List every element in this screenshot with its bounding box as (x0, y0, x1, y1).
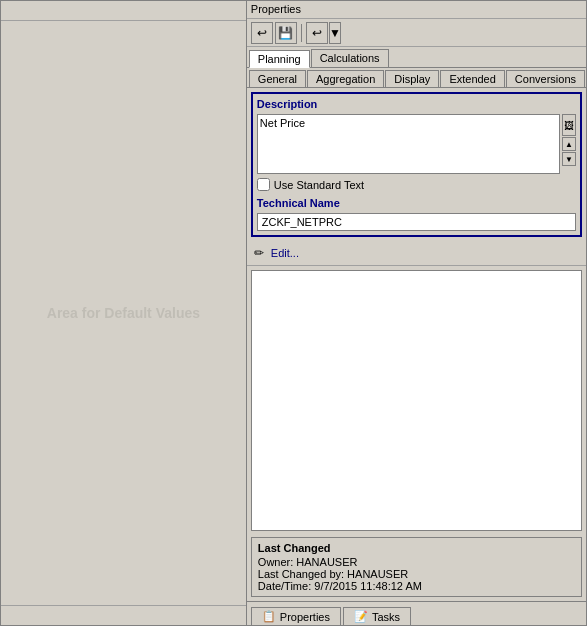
info-owner: Owner: HANAUSER (258, 556, 575, 568)
use-standard-text-label: Use Standard Text (274, 179, 364, 191)
mid-area (251, 270, 582, 531)
properties-title: Properties (247, 1, 586, 19)
description-header: Description (257, 98, 576, 110)
tab-calculations[interactable]: Calculations (311, 49, 389, 67)
info-datetime: Date/Time: 9/7/2015 11:48:12 AM (258, 580, 575, 592)
props-box: Description Net Price 🖼 ▲ ▼ (251, 92, 582, 237)
description-scrollbar: 🖼 ▲ ▼ (562, 114, 576, 174)
back-button[interactable]: ↩ (251, 22, 273, 44)
tab-planning[interactable]: Planning (249, 50, 310, 68)
tab-aggregation[interactable]: Aggregation (307, 70, 384, 87)
back2-icon: ↩ (312, 26, 322, 40)
tasks-icon: 📝 (354, 610, 368, 623)
save-icon: 💾 (278, 26, 293, 40)
tabs-row1: Planning Calculations (247, 47, 586, 68)
edit-button[interactable]: Edit... (271, 247, 299, 259)
dropdown-arrow-button[interactable]: ▼ (329, 22, 341, 44)
info-box: Last Changed Owner: HANAUSER Last Change… (251, 537, 582, 597)
tabs-row2: General Aggregation Display Extended Con… (247, 68, 586, 88)
scroll-down-btn[interactable]: ▼ (562, 152, 576, 166)
toolbar-separator (301, 24, 302, 42)
bottom-tab-tasks[interactable]: 📝 Tasks (343, 607, 411, 625)
toolbar: ↩ 💾 ↩ ▼ (247, 19, 586, 47)
use-standard-text-row: Use Standard Text (257, 178, 576, 191)
left-top-bar (1, 1, 246, 21)
tab-extended[interactable]: Extended (440, 70, 504, 87)
area-for-default-values-label: Area for Default Values (47, 305, 200, 321)
left-bottom-bar (1, 605, 246, 625)
description-textarea[interactable]: Net Price (257, 114, 560, 174)
scroll-down-icon: ▼ (565, 155, 573, 164)
left-panel: Area for Default Values (1, 1, 247, 625)
save-button[interactable]: 💾 (275, 22, 297, 44)
bottom-tab-properties[interactable]: 📋 Properties (251, 607, 341, 625)
scroll-up-icon: ▲ (565, 140, 573, 149)
description-area: Net Price 🖼 ▲ ▼ (257, 114, 576, 174)
info-last-changed: Last Changed by: HANAUSER (258, 568, 575, 580)
info-title: Last Changed (258, 542, 575, 554)
properties-panel: Description Net Price 🖼 ▲ ▼ (247, 88, 586, 241)
tab-general[interactable]: General (249, 70, 306, 87)
dropdown-button[interactable]: ↩ ▼ (306, 22, 341, 44)
edit-section: ✏ Edit... (247, 241, 586, 266)
use-standard-text-checkbox[interactable] (257, 178, 270, 191)
tab-conversions[interactable]: Conversions (506, 70, 585, 87)
technical-name-header: Technical Name (257, 197, 576, 209)
left-content: Area for Default Values (1, 21, 246, 605)
scroll-up-btn[interactable]: ▲ (562, 137, 576, 151)
technical-name-value: ZCKF_NETPRC (257, 213, 576, 231)
dropdown-back-icon[interactable]: ↩ (306, 22, 328, 44)
dropdown-arrow-icon: ▼ (329, 26, 341, 40)
icon-top-right[interactable]: 🖼 (562, 114, 576, 136)
tab-display[interactable]: Display (385, 70, 439, 87)
bottom-tabs: 📋 Properties 📝 Tasks (247, 601, 586, 625)
right-panel: Properties ↩ 💾 ↩ ▼ Planning (247, 1, 586, 625)
back-icon: ↩ (257, 26, 267, 40)
properties-icon: 📋 (262, 610, 276, 623)
pencil-icon: ✏ (251, 245, 267, 261)
